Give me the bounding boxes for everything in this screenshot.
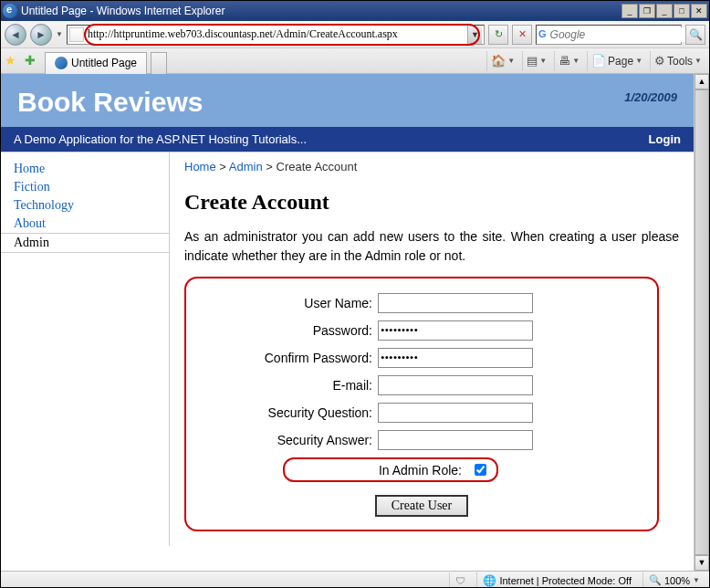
vertical-scrollbar[interactable]: ▲ ▼: [694, 74, 709, 571]
create-user-button[interactable]: Create User: [375, 495, 468, 517]
zoom-icon: 🔍: [649, 574, 662, 586]
login-link[interactable]: Login: [649, 132, 681, 146]
page-intro: As an administrator you can add new user…: [184, 227, 679, 266]
maximize-button[interactable]: □: [673, 4, 690, 18]
close-button[interactable]: ✕: [691, 4, 707, 18]
window-title: Untitled Page - Windows Internet Explore…: [21, 5, 621, 17]
site-header: Book Reviews 1/20/2009: [1, 74, 694, 127]
sidebar-item-technology[interactable]: Technology: [1, 196, 169, 215]
sidebar-item-about[interactable]: About: [1, 215, 169, 233]
page-heading: Create Account: [184, 190, 679, 215]
feeds-tool[interactable]: ▤▼: [522, 51, 550, 71]
search-input[interactable]: [548, 27, 690, 42]
tab-toolbar: ★ ✚ Untitled Page 🏠▼ ▤▼ 🖶▼ 📄Page▼ ⚙Tools…: [1, 48, 709, 74]
minimize-alt-button[interactable]: _: [621, 4, 638, 18]
ie-icon: [3, 4, 17, 18]
viewport: Book Reviews 1/20/2009 A Demo Applicatio…: [1, 74, 709, 571]
sidebar-item-admin[interactable]: Admin: [1, 233, 169, 253]
back-button[interactable]: ◄: [5, 24, 26, 46]
site-body: Home Fiction Technology About Admin Home…: [1, 152, 694, 546]
status-zoom[interactable]: 🔍 100% ▼: [642, 572, 705, 589]
navigation-bar: ◄ ► ▼ ▼ ↻ ✕ 🔍: [1, 21, 709, 48]
create-user-form: User Name: Password: Confirm Password: E…: [184, 277, 659, 531]
nav-history-dropdown[interactable]: ▼: [56, 30, 63, 38]
browser-tab[interactable]: Untitled Page: [45, 52, 147, 74]
breadcrumb-current: Create Account: [277, 160, 358, 173]
sidebar-item-fiction[interactable]: Fiction: [1, 178, 169, 196]
page-content: Book Reviews 1/20/2009 A Demo Applicatio…: [1, 74, 694, 571]
tools-tool[interactable]: ⚙Tools▼: [650, 51, 705, 71]
admin-role-group: In Admin Role:: [283, 457, 498, 482]
gear-icon: ⚙: [654, 54, 665, 68]
username-label: User Name:: [204, 296, 378, 310]
admin-role-checkbox[interactable]: [475, 464, 486, 476]
rss-icon: ▤: [527, 54, 538, 68]
window-titlebar: Untitled Page - Windows Internet Explore…: [1, 1, 709, 21]
zoom-value: 100%: [664, 575, 690, 586]
username-input[interactable]: [378, 293, 533, 313]
address-input[interactable]: [86, 26, 467, 42]
site-tagline: A Demo Application for the ASP.NET Hosti…: [14, 132, 307, 146]
search-box: [536, 25, 682, 45]
sidebar-item-home[interactable]: Home: [1, 160, 169, 178]
print-tool[interactable]: 🖶▼: [554, 51, 583, 71]
status-zone: 🌐 Internet | Protected Mode: Off: [476, 572, 637, 589]
google-icon: [538, 28, 547, 41]
page-menu-icon: 📄: [591, 54, 606, 68]
stop-button[interactable]: ✕: [512, 25, 532, 45]
password-input[interactable]: [378, 320, 533, 341]
tab-page-icon: [55, 57, 68, 69]
confirm-password-label: Confirm Password:: [204, 351, 378, 365]
search-button[interactable]: 🔍: [685, 25, 705, 45]
window-buttons: _ ❐ _ □ ✕: [621, 4, 707, 18]
page-icon: [69, 27, 84, 42]
security-answer-input[interactable]: [378, 430, 533, 450]
globe-icon: 🌐: [483, 574, 496, 587]
breadcrumb-admin[interactable]: Admin: [229, 160, 263, 173]
scroll-track[interactable]: [694, 89, 709, 555]
minimize-button[interactable]: _: [656, 4, 673, 18]
print-icon: 🖶: [559, 54, 570, 68]
breadcrumb-home[interactable]: Home: [184, 160, 216, 173]
tab-title: Untitled Page: [71, 57, 137, 69]
address-dropdown[interactable]: ▼: [467, 26, 482, 44]
restore-alt-button[interactable]: ❐: [639, 4, 655, 18]
site-subheader: A Demo Application for the ASP.NET Hosti…: [1, 127, 694, 152]
security-question-label: Security Question:: [204, 405, 378, 420]
site-date: 1/20/2009: [624, 90, 677, 104]
home-tool[interactable]: 🏠▼: [486, 51, 518, 71]
main-content: Home > Admin > Create Account Create Acc…: [170, 152, 694, 546]
email-input[interactable]: [378, 375, 533, 395]
scroll-up-button[interactable]: ▲: [694, 74, 709, 89]
site-title: Book Reviews: [17, 87, 203, 118]
status-bar: 🛡 🌐 Internet | Protected Mode: Off 🔍 100…: [1, 571, 709, 588]
status-zone-text: Internet | Protected Mode: Off: [499, 575, 632, 586]
security-answer-label: Security Answer:: [204, 433, 378, 447]
confirm-password-input[interactable]: [378, 348, 533, 368]
forward-button[interactable]: ►: [30, 24, 52, 46]
sidebar-nav: Home Fiction Technology About Admin: [1, 152, 170, 546]
breadcrumb: Home > Admin > Create Account: [184, 160, 679, 173]
password-label: Password:: [204, 323, 378, 338]
email-label: E-mail:: [204, 378, 378, 393]
shield-icon: 🛡: [455, 575, 465, 586]
page-tool[interactable]: 📄Page▼: [587, 51, 646, 71]
security-question-input[interactable]: [378, 403, 533, 423]
scroll-thumb[interactable]: [694, 89, 709, 555]
favorites-icon[interactable]: ★: [5, 53, 21, 69]
new-tab-button[interactable]: [151, 52, 167, 74]
status-shield: 🛡: [449, 572, 471, 589]
admin-role-label: In Admin Role:: [294, 463, 467, 478]
add-favorite-icon[interactable]: ✚: [25, 53, 41, 69]
home-icon: 🏠: [491, 54, 506, 68]
address-bar: ▼: [67, 25, 485, 45]
refresh-button[interactable]: ↻: [488, 25, 508, 45]
scroll-down-button[interactable]: ▼: [694, 555, 709, 571]
